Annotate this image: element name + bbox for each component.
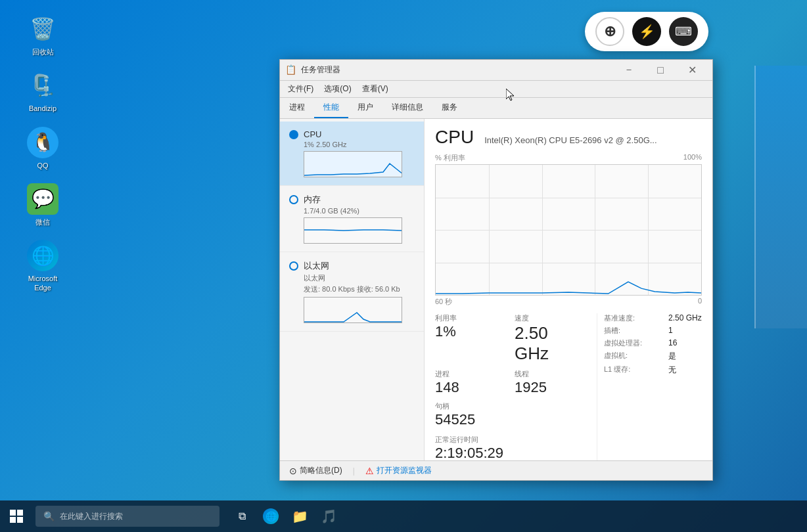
qq-icon[interactable]: 🐧 QQ <box>20 127 66 170</box>
wechat-icon[interactable]: 💬 微信 <box>20 183 66 227</box>
graph-y-max: 100% <box>683 153 702 163</box>
stats-area: 利用率 1% 速度 2.50 GHz 进程 148 <box>435 313 702 460</box>
tab-processes[interactable]: 进程 <box>280 98 314 118</box>
graph-y-label: % 利用率 <box>435 153 465 163</box>
right-stat-value-1: 1 <box>668 326 673 336</box>
window-title: 任务管理器 <box>301 64 614 76</box>
threads-label: 线程 <box>515 369 584 379</box>
taskbar-edge[interactable]: 🌐 <box>256 500 285 532</box>
qq-label: QQ <box>37 161 48 170</box>
ethernet-name: 以太网 <box>304 260 329 272</box>
recycle-bin-icon[interactable]: 🗑️ 回收站 <box>20 13 66 56</box>
tab-users[interactable]: 用户 <box>348 98 382 118</box>
menu-view[interactable]: 查看(V) <box>357 82 394 96</box>
right-stat-label-1: 插槽: <box>604 326 663 336</box>
memory-detail: 1.7/4.0 GB (42%) <box>304 207 415 215</box>
app-icon: 📋 <box>285 64 297 76</box>
cpu-dot <box>289 130 298 139</box>
right-stat-value-4: 无 <box>668 365 676 376</box>
right-decorative-panel <box>754 66 807 328</box>
ethernet-dot <box>289 261 298 271</box>
titlebar: 📋 任务管理器 － □ ✕ <box>280 60 712 81</box>
toolbar-overlay: ⊕ ⚡ ⌨ <box>585 12 708 51</box>
taskbar: 🔍 ⧉ 🌐 📁 🎵 <box>0 500 807 532</box>
svg-rect-3 <box>17 517 23 523</box>
right-stat-2: 虚拟处理器: 16 <box>604 338 702 348</box>
resource-monitor-link[interactable]: ⚠ 打开资源监视器 <box>365 465 432 476</box>
graph-x-right: 0 <box>698 297 702 307</box>
right-stats-panel: 基准速度: 2.50 GHz 插槽: 1 虚拟处理器: 16 虚拟机: <box>597 313 702 460</box>
sidebar-ethernet[interactable]: 以太网 以太网 发送: 80.0 Kbps 接收: 56.0 Kb <box>280 252 424 332</box>
right-stat-label-2: 虚拟处理器: <box>604 338 663 348</box>
threads-value: 1925 <box>515 379 584 396</box>
taskbar-app-icons: ⧉ 🌐 📁 🎵 <box>227 500 343 532</box>
ethernet-detail1: 以太网 <box>304 273 415 283</box>
cpu-graph-svg <box>436 165 701 295</box>
cpu-header: CPU Intel(R) Xeon(R) CPU E5-2696 v2 @ 2.… <box>435 127 702 148</box>
recycle-bin-label: 回收站 <box>32 47 54 56</box>
menu-options[interactable]: 选项(O) <box>319 82 356 96</box>
cpu-title: CPU <box>435 127 474 148</box>
tab-services[interactable]: 服务 <box>432 98 467 118</box>
edge-icon[interactable]: 🌐 Microsoft Edge <box>20 240 66 293</box>
stats-grid: 利用率 1% 速度 2.50 GHz 进程 148 <box>435 313 584 428</box>
processes-stat: 进程 148 <box>435 369 504 396</box>
maximize-button[interactable]: □ <box>645 60 676 81</box>
search-icon: 🔍 <box>43 511 55 521</box>
speed-stat: 速度 2.50 GHz <box>515 313 584 364</box>
cpu-main-panel: CPU Intel(R) Xeon(R) CPU E5-2696 v2 @ 2.… <box>425 119 712 460</box>
handles-stat: 句柄 54525 <box>435 401 504 428</box>
taskbar-task-view[interactable]: ⧉ <box>227 500 256 532</box>
bandizip-icon[interactable]: 🗜️ Bandizip <box>20 70 66 113</box>
cpu-subtitle: Intel(R) Xeon(R) CPU E5-2696 v2 @ 2.50G.… <box>484 135 657 145</box>
sidebar-memory[interactable]: 内存 1.7/4.0 GB (42%) <box>280 186 424 252</box>
collapse-arrow-icon: ⊙ <box>289 466 297 476</box>
collapse-btn[interactable]: ⊙ 简略信息(D) <box>289 465 342 476</box>
menubar: 文件(F) 选项(O) 查看(V) <box>280 81 712 98</box>
start-button[interactable] <box>0 500 33 532</box>
runtime-label: 正常运行时间 <box>435 435 584 445</box>
search-input[interactable] <box>60 512 212 521</box>
window-controls: － □ ✕ <box>614 60 707 81</box>
right-stat-value-3: 是 <box>668 351 676 362</box>
speed-label: 速度 <box>515 313 584 323</box>
tm-footer: ⊙ 简略信息(D) | ⚠ 打开资源监视器 <box>280 460 712 480</box>
left-stats: 利用率 1% 速度 2.50 GHz 进程 148 <box>435 313 584 460</box>
keyboard-button[interactable]: ⌨ <box>669 17 698 46</box>
right-stat-value-2: 16 <box>668 338 677 348</box>
processes-label: 进程 <box>435 369 504 379</box>
runtime-value: 2:19:05:29 <box>435 445 584 460</box>
tab-details[interactable]: 详细信息 <box>382 98 432 118</box>
collapse-label: 简略信息(D) <box>300 465 342 476</box>
processes-value: 148 <box>435 379 504 396</box>
close-button[interactable]: ✕ <box>677 60 707 81</box>
right-stat-value-0: 2.50 GHz <box>668 313 702 323</box>
taskbar-media[interactable]: 🎵 <box>314 500 343 532</box>
utilization-value: 1% <box>435 323 504 340</box>
memory-name: 内存 <box>304 194 321 206</box>
remote-button[interactable]: ⚡ <box>632 17 661 46</box>
runtime-section: 正常运行时间 2:19:05:29 <box>435 435 584 460</box>
wechat-label: 微信 <box>35 217 50 227</box>
svg-rect-2 <box>10 517 16 523</box>
sidebar-cpu[interactable]: CPU 1% 2.50 GHz <box>280 122 424 186</box>
performance-sidebar: CPU 1% 2.50 GHz 内存 <box>280 119 425 460</box>
right-stat-0: 基准速度: 2.50 GHz <box>604 313 702 323</box>
cpu-detail: 1% 2.50 GHz <box>304 141 415 148</box>
tab-performance[interactable]: 性能 <box>314 98 348 118</box>
tm-content: CPU 1% 2.50 GHz 内存 <box>280 119 712 460</box>
tab-bar: 进程 性能 用户 详细信息 服务 <box>280 98 712 119</box>
graph-x-left: 60 秒 <box>435 297 452 307</box>
cpu-graph <box>435 164 702 296</box>
utilization-label: 利用率 <box>435 313 504 323</box>
right-stat-label-3: 虚拟机: <box>604 351 663 362</box>
ethernet-detail2: 发送: 80.0 Kbps 接收: 56.0 Kb <box>304 284 415 294</box>
right-stat-1: 插槽: 1 <box>604 326 702 336</box>
minimize-button[interactable]: － <box>614 60 644 81</box>
menu-file[interactable]: 文件(F) <box>283 82 319 96</box>
edge-label: Microsoft Edge <box>20 274 66 293</box>
taskbar-explorer[interactable]: 📁 <box>285 500 314 532</box>
taskbar-search-box[interactable]: 🔍 <box>35 506 219 527</box>
zoom-button[interactable]: ⊕ <box>595 17 624 46</box>
desktop: 🗑️ 回收站 🗜️ Bandizip 🐧 QQ 💬 微信 🌐 Microsoft… <box>0 0 807 532</box>
